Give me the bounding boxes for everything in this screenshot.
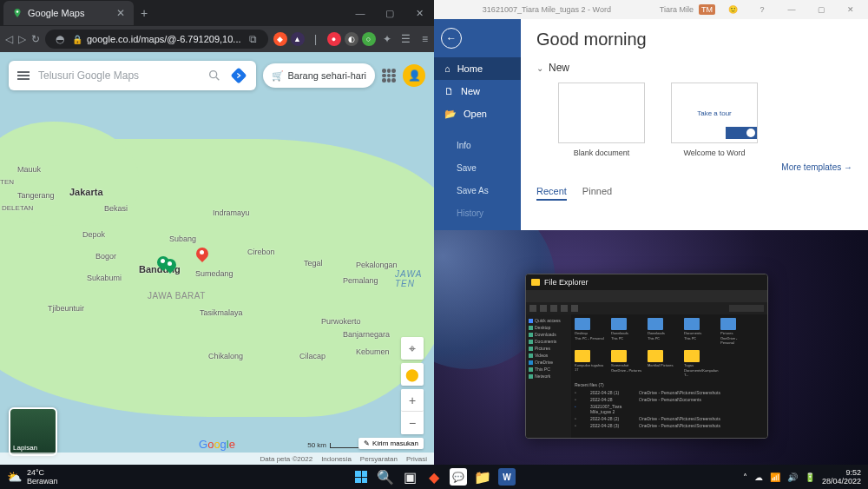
weather-widget[interactable]: ⛅ 24°CBerawan (7, 468, 58, 486)
maximize-button[interactable]: ▢ (809, 5, 833, 14)
divider: | (308, 31, 324, 47)
ext-icon-2[interactable]: ▲ (291, 32, 305, 46)
maps-searchbox[interactable] (9, 61, 256, 90)
start-button[interactable] (352, 468, 370, 486)
browser-tab[interactable]: Google Maps ✕ (3, 1, 134, 25)
browser-toolbar: ◁ ▷ ↻ ◓ 🔒 google.co.id/maps/@-6.791209,1… (0, 26, 434, 52)
zoom-controls: ⌖ ⬤ + − (401, 337, 424, 434)
minimize-button[interactable]: — (345, 0, 375, 26)
shield-icon: ◓ (52, 31, 68, 47)
nav-save[interactable]: Save (434, 156, 521, 179)
back-button[interactable]: ← (441, 28, 462, 49)
task-view-background: File Explorer Quick access Desktop Downl… (434, 230, 868, 465)
map-canvas[interactable]: Jakarta Tangerang Bekasi Depok Bogor Ban… (0, 52, 434, 465)
wifi-icon[interactable]: 📶 (770, 472, 780, 482)
onedrive-icon[interactable]: ☁ (754, 472, 763, 482)
arrow-icon (726, 127, 757, 139)
word-taskbar-icon[interactable]: W (498, 468, 516, 486)
search-icon[interactable] (207, 69, 221, 83)
url-bar[interactable]: ◓ 🔒 google.co.id/maps/@-6.791209,10... ⧉ (45, 30, 268, 49)
city-bekasi: Bekasi (104, 204, 128, 213)
bookmarks-button[interactable]: ☰ (398, 31, 414, 47)
brave-taskbar-icon[interactable]: ◆ (425, 468, 443, 486)
brave-icon[interactable]: ◆ (273, 32, 287, 46)
greeting: Good morning (536, 30, 852, 50)
user-initials[interactable]: TM (699, 4, 715, 15)
tab-pinned[interactable]: Pinned (582, 186, 612, 201)
ext-icon-4[interactable]: ◐ (345, 32, 358, 46)
city-sumedang: Sumedang (195, 269, 233, 278)
nav-home[interactable]: ⌂Home (434, 57, 521, 80)
help-icon[interactable]: 🙂 (720, 5, 745, 14)
battery-icon[interactable]: 🔋 (805, 472, 815, 482)
sea-label: JAWA TEN (395, 269, 434, 288)
home-icon: ⌂ (444, 63, 450, 74)
fe-sidebar: Quick access Desktop Downloads Documents… (526, 314, 571, 438)
folder-icon (531, 279, 540, 286)
extensions-button[interactable]: ✦ (379, 31, 395, 47)
cloud-icon: ⛅ (7, 470, 22, 484)
zoom-in-button[interactable]: + (401, 389, 424, 412)
tab-title: Google Maps (28, 8, 111, 18)
city-cilacap: Cilacap (299, 352, 326, 360)
svg-point-1 (209, 71, 216, 78)
apps-icon[interactable] (382, 69, 396, 83)
groceries-chip[interactable]: 🛒 Barang sehari-hari (263, 63, 376, 88)
nav-open[interactable]: 📂Open (434, 102, 521, 125)
forward-button[interactable]: ▷ (18, 31, 26, 47)
layers-button[interactable]: Lapisan (9, 407, 57, 456)
section-new[interactable]: ⌄New (536, 62, 852, 74)
more-templates-link[interactable]: More templates → (536, 162, 852, 172)
map-footer: Data peta ©2022 Indonesia Persyaratan Pr… (0, 453, 434, 465)
nav-saveas[interactable]: Save As (434, 179, 521, 202)
extensions: ◆ ▲ | ● ◐ ○ ✦ ☰ ≡ (273, 31, 433, 47)
cart-icon: 🛒 (272, 70, 284, 82)
minimize-button[interactable]: — (779, 5, 804, 14)
file-explorer-thumbnail[interactable]: File Explorer Quick access Desktop Downl… (525, 274, 768, 439)
close-button[interactable]: ✕ (838, 5, 863, 14)
reload-button[interactable]: ↻ (31, 31, 40, 47)
directions-icon[interactable] (230, 67, 247, 84)
locate-button[interactable]: ⌖ (401, 337, 424, 360)
task-view-button[interactable]: ▣ (401, 468, 418, 486)
nav-new[interactable]: 🗋New (434, 80, 521, 102)
search-button[interactable]: 🔍 (377, 468, 394, 486)
lock-icon: 🔒 (72, 35, 82, 44)
chevron-up-icon[interactable]: ˄ (743, 472, 747, 482)
pegman-button[interactable]: ⬤ (401, 363, 424, 386)
chat-taskbar-icon[interactable]: 💬 (450, 468, 467, 486)
template-blank[interactable]: Blank document (554, 83, 649, 157)
maximize-button[interactable]: ▢ (375, 0, 404, 26)
search-input[interactable] (38, 69, 199, 82)
ext-icon-5[interactable]: ○ (362, 32, 376, 46)
browser-titlebar: Google Maps ✕ + — ▢ ✕ (0, 0, 434, 26)
close-button[interactable]: ✕ (404, 0, 434, 26)
ext-icon-3[interactable]: ● (327, 32, 341, 46)
clock[interactable]: 9:5228/04/2022 (822, 468, 861, 486)
tab-close-icon[interactable]: ✕ (116, 7, 125, 19)
taskbar-center: 🔍 ▣ ◆ 💬 📁 W (352, 468, 516, 486)
city-depok: Depok (82, 230, 105, 239)
city-purwokerto: Purwokerto (321, 317, 361, 326)
city-tasikmalaya: Tasikmalaya (200, 308, 243, 317)
user-name: Tiara Mile (660, 5, 694, 14)
user-avatar[interactable]: 👤 (403, 64, 425, 87)
menu-button[interactable]: ≡ (418, 31, 433, 47)
reader-icon[interactable]: ⧉ (246, 31, 261, 47)
volume-icon[interactable]: 🔊 (787, 472, 798, 482)
zoom-out-button[interactable]: − (401, 412, 424, 434)
nav-history: History (434, 202, 521, 224)
explorer-taskbar-icon[interactable]: 📁 (474, 468, 491, 486)
new-tab-button[interactable]: + (141, 6, 148, 20)
back-button[interactable]: ◁ (5, 31, 13, 47)
tab-recent[interactable]: Recent (536, 186, 567, 201)
map-pin-green-2[interactable] (163, 259, 177, 278)
city-tegal: Tegal (304, 259, 323, 268)
help-button[interactable]: ? (750, 5, 774, 14)
map-pin-red[interactable] (195, 248, 209, 267)
nav-info[interactable]: Info (434, 134, 521, 156)
city-indramayu: Indramayu (213, 208, 250, 217)
feedback-button[interactable]: ✎ Kirim masukan (358, 438, 424, 449)
template-welcome[interactable]: Take a tour Welcome to Word (667, 83, 762, 157)
menu-icon[interactable] (17, 71, 30, 80)
